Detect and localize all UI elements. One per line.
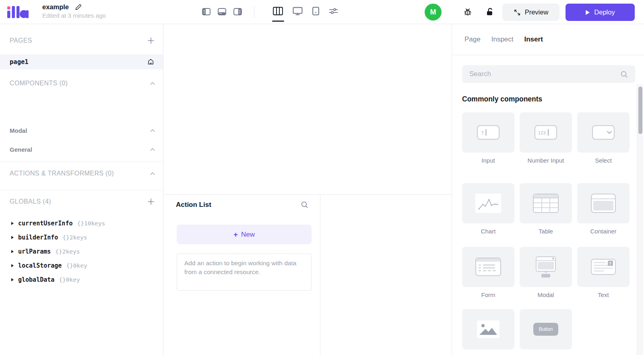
expand-triangle-icon[interactable] bbox=[11, 250, 14, 253]
actions-header-label: ACTIONS & TRANSFORMERS (0) bbox=[10, 170, 114, 177]
chevron-up-icon[interactable] bbox=[150, 148, 155, 151]
bug-icon bbox=[463, 7, 473, 17]
sidebar-divider bbox=[0, 161, 163, 162]
svg-text:T: T bbox=[609, 261, 611, 266]
expand-triangle-icon[interactable] bbox=[11, 264, 14, 267]
columns-layout-icon bbox=[273, 7, 283, 15]
chevron-up-icon[interactable] bbox=[150, 82, 155, 85]
avatar[interactable]: M bbox=[425, 4, 442, 21]
component-card-chart[interactable]: Chart bbox=[462, 183, 514, 247]
pages-header-label: PAGES bbox=[10, 37, 32, 44]
global-keys-badge: {}2keys bbox=[62, 234, 87, 241]
expand-triangle-icon[interactable] bbox=[11, 236, 14, 239]
global-keys-badge: {}10keys bbox=[77, 220, 105, 227]
right-panel: Page Inspect Insert Commonly components … bbox=[452, 24, 644, 355]
component-card-text[interactable]: T Text bbox=[577, 247, 630, 309]
panel-toggle-group bbox=[202, 8, 242, 15]
unlock-icon bbox=[486, 7, 495, 17]
component-grid: T Input 123 Number Input bbox=[462, 112, 644, 353]
preview-label: Preview bbox=[525, 8, 549, 16]
home-icon bbox=[147, 58, 155, 66]
canvas-settings-button[interactable] bbox=[329, 7, 338, 15]
component-card-number-input[interactable]: 123 Number Input bbox=[520, 112, 572, 183]
desktop-preview-button[interactable] bbox=[293, 7, 303, 15]
chevron-up-icon[interactable] bbox=[150, 172, 155, 175]
global-item-localStorage[interactable]: localStorage {}0key bbox=[0, 258, 163, 272]
tab-inspect[interactable]: Inspect bbox=[491, 35, 514, 43]
component-card-button[interactable]: Button bbox=[520, 309, 572, 353]
global-item-globalData[interactable]: globalData {}0key bbox=[0, 272, 163, 287]
mobile-preview-button[interactable] bbox=[312, 7, 319, 15]
page1-label: page1 bbox=[10, 58, 29, 66]
tab-insert[interactable]: Insert bbox=[524, 35, 543, 43]
plus-icon bbox=[147, 198, 155, 206]
component-card-table[interactable]: Table bbox=[520, 183, 572, 247]
text-glyph-icon: T bbox=[591, 259, 616, 275]
scrollbar-thumb[interactable] bbox=[638, 87, 642, 134]
global-item-currentUserInfo[interactable]: currentUserInfo {}10keys bbox=[0, 216, 163, 230]
actions-section-header[interactable]: ACTIONS & TRANSFORMERS (0) bbox=[0, 168, 163, 179]
components-group-general[interactable]: General bbox=[0, 144, 163, 155]
component-card-container[interactable]: Container bbox=[577, 183, 630, 247]
global-name: urlParams bbox=[18, 248, 51, 255]
table-glyph-icon bbox=[533, 194, 559, 213]
component-card-select[interactable]: Select bbox=[577, 112, 630, 183]
panel-bottom-icon bbox=[218, 8, 226, 15]
toggle-left-panel-button[interactable] bbox=[202, 8, 211, 15]
edit-title-button[interactable] bbox=[74, 3, 82, 11]
components-group-modal[interactable]: Modal bbox=[0, 125, 163, 136]
chevron-up-icon[interactable] bbox=[150, 129, 155, 132]
new-action-button[interactable]: + New bbox=[177, 225, 312, 244]
add-global-button[interactable] bbox=[147, 198, 155, 206]
button-glyph-icon: Button bbox=[533, 323, 558, 336]
panel-right-icon bbox=[233, 8, 242, 15]
component-label: Table bbox=[539, 227, 553, 235]
toggle-bottom-panel-button[interactable] bbox=[218, 8, 226, 15]
expand-arrows-icon bbox=[514, 9, 521, 16]
action-list-panel: Action List + New Add an action to begin… bbox=[164, 195, 320, 355]
illa-logo[interactable] bbox=[6, 5, 29, 21]
action-empty-hint: Add an action to begin working with data… bbox=[177, 254, 312, 291]
global-item-builderInfo[interactable]: builderInfo {}2keys bbox=[0, 230, 163, 244]
toggle-right-panel-button[interactable] bbox=[233, 8, 242, 15]
app-title-block: example Edited at 3 minutes ago bbox=[42, 3, 106, 19]
tab-page[interactable]: Page bbox=[464, 35, 481, 43]
component-search bbox=[462, 65, 635, 83]
component-card-input[interactable]: T Input bbox=[462, 112, 514, 183]
monitor-icon bbox=[293, 7, 303, 15]
search-icon bbox=[300, 200, 309, 209]
plus-icon: + bbox=[233, 231, 238, 238]
component-card-image[interactable] bbox=[462, 309, 514, 353]
form-glyph-icon bbox=[475, 258, 501, 276]
debug-button[interactable] bbox=[463, 7, 473, 17]
global-name: localStorage bbox=[18, 262, 62, 269]
homepage-indicator[interactable] bbox=[147, 58, 155, 66]
action-list-title: Action List bbox=[176, 201, 211, 209]
active-view-underline bbox=[272, 21, 284, 22]
expand-triangle-icon[interactable] bbox=[11, 222, 14, 225]
svg-text:123: 123 bbox=[538, 130, 546, 135]
expand-triangle-icon[interactable] bbox=[11, 278, 14, 281]
fluid-columns-view-button[interactable] bbox=[273, 7, 283, 15]
add-page-button[interactable] bbox=[147, 37, 155, 45]
component-label: Form bbox=[481, 291, 495, 299]
component-card-form[interactable]: Form bbox=[462, 247, 514, 309]
preview-button[interactable]: Preview bbox=[502, 4, 559, 21]
components-section-header[interactable]: COMPONENTS (0) bbox=[0, 78, 163, 89]
edited-timestamp: Edited at 3 minutes ago bbox=[42, 12, 106, 19]
action-search-button[interactable] bbox=[300, 200, 309, 209]
app-title: example bbox=[42, 3, 69, 11]
number-input-glyph-icon: 123 bbox=[535, 125, 557, 140]
right-panel-tabs: Page Inspect Insert bbox=[452, 24, 644, 55]
lock-button[interactable] bbox=[486, 7, 495, 17]
component-card-modal[interactable]: Modal bbox=[520, 247, 572, 309]
component-label: Select bbox=[595, 157, 612, 165]
right-panel-scrollbar[interactable] bbox=[637, 85, 643, 355]
editor-canvas[interactable] bbox=[164, 24, 452, 194]
deploy-button[interactable]: Deploy bbox=[566, 4, 635, 21]
general-group-label: General bbox=[10, 146, 32, 153]
sidebar-item-page1[interactable]: page1 bbox=[0, 54, 163, 69]
global-item-urlParams[interactable]: urlParams {}2keys bbox=[0, 244, 163, 258]
component-search-input[interactable] bbox=[462, 65, 635, 83]
bottom-right-empty-panel bbox=[321, 195, 452, 355]
